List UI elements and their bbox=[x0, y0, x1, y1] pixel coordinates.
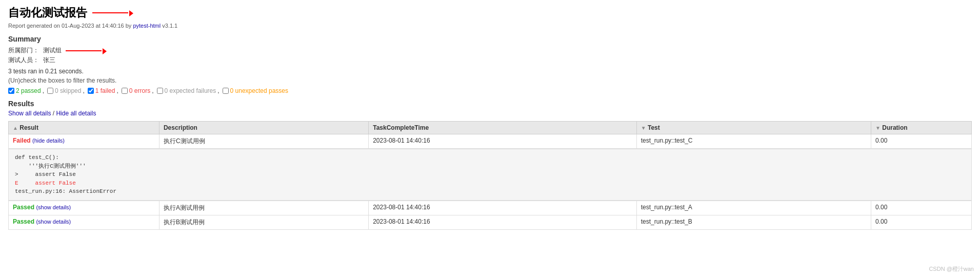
skipped-checkbox[interactable] bbox=[47, 88, 53, 94]
col-header-task: TaskCompleteTime bbox=[369, 122, 637, 134]
filter-xpass[interactable]: 0 unexpected passes bbox=[223, 87, 288, 94]
tester-value: 张三 bbox=[43, 56, 55, 65]
show-all-link[interactable]: Show all details bbox=[8, 110, 51, 117]
result-value: Passed bbox=[13, 218, 34, 225]
detail-toggle-link[interactable]: (hide details) bbox=[32, 137, 65, 144]
result-value: Passed bbox=[13, 204, 34, 211]
code-expand-row: def test_C(): '''执行C测试用例'''> assert Fals… bbox=[9, 149, 972, 201]
col-header-duration[interactable]: ▼ Duration bbox=[871, 122, 972, 134]
task-time-cell: 2023-08-01 14:40:16 bbox=[369, 134, 637, 149]
pytest-html-link[interactable]: pytest-html bbox=[133, 23, 161, 29]
page-title: 自动化测试报告 bbox=[8, 5, 87, 21]
dept-arrow-icon bbox=[66, 48, 107, 54]
table-row: Passed (show details)执行B测试用例2023-08-01 1… bbox=[9, 215, 972, 229]
duration-sort-icon: ▼ bbox=[875, 125, 881, 131]
col-duration-label: Duration bbox=[882, 124, 907, 131]
skipped-count: 0 skipped bbox=[55, 87, 81, 94]
run-info: 3 tests ran in 0.21 seconds. bbox=[8, 68, 972, 75]
col-result-label: Result bbox=[19, 124, 38, 131]
col-desc-label: Description bbox=[164, 124, 197, 131]
code-block: def test_C(): '''执行C测试用例'''> assert Fals… bbox=[9, 149, 971, 201]
duration-cell: 0.00 bbox=[871, 134, 972, 149]
code-cell: def test_C(): '''执行C测试用例'''> assert Fals… bbox=[9, 149, 972, 201]
description-cell: 执行B测试用例 bbox=[159, 215, 368, 229]
xfail-comma: , bbox=[217, 87, 219, 94]
run-info-text: 3 tests ran in 0.21 seconds. bbox=[8, 68, 84, 75]
xfail-checkbox[interactable] bbox=[157, 88, 163, 94]
errors-checkbox[interactable] bbox=[122, 88, 128, 94]
results-table: ▲ Result Description TaskCompleteTime ▼ … bbox=[8, 121, 972, 230]
col-header-desc: Description bbox=[159, 122, 368, 134]
filter-errors[interactable]: 0 errors, bbox=[122, 87, 154, 94]
test-sort-icon: ▼ bbox=[641, 125, 646, 131]
dept-value: 测试组 bbox=[43, 46, 62, 55]
hide-all-link[interactable]: Hide all details bbox=[56, 110, 96, 117]
filter-xfail[interactable]: 0 expected failures, bbox=[157, 87, 219, 94]
filter-skipped[interactable]: 0 skipped, bbox=[47, 87, 85, 94]
title-arrow-icon bbox=[92, 10, 133, 16]
failed-count: 1 failed bbox=[95, 87, 115, 94]
task-time-cell: 2023-08-01 14:40:16 bbox=[369, 201, 637, 215]
duration-cell: 0.00 bbox=[871, 215, 972, 229]
filter-passed[interactable]: 2 passed, bbox=[8, 87, 44, 94]
col-task-label: TaskCompleteTime bbox=[373, 124, 429, 131]
table-row: Passed (show details)执行A测试用例2023-08-01 1… bbox=[9, 201, 972, 215]
description-cell: 执行C测试用例 bbox=[159, 134, 368, 149]
description-cell: 执行A测试用例 bbox=[159, 201, 368, 215]
passed-comma: , bbox=[43, 87, 44, 94]
result-sort-icon: ▲ bbox=[13, 125, 18, 131]
table-row: Failed (hide details)执行C测试用例2023-08-01 1… bbox=[9, 134, 972, 149]
result-value: Failed bbox=[13, 137, 31, 144]
col-test-label: Test bbox=[648, 124, 660, 131]
result-cell: Failed (hide details) bbox=[9, 134, 159, 149]
result-cell: Passed (show details) bbox=[9, 215, 159, 229]
xpass-checkbox[interactable] bbox=[223, 88, 229, 94]
report-version: v3.1.1 bbox=[161, 23, 177, 29]
tester-label: 测试人员： bbox=[8, 56, 39, 65]
summary-title: Summary bbox=[8, 35, 972, 43]
report-meta-text: Report generated on 01-Aug-2023 at 14:40… bbox=[8, 23, 133, 29]
details-links: Show all details / Hide all details bbox=[8, 110, 972, 117]
passed-checkbox[interactable] bbox=[8, 88, 14, 94]
detail-toggle-link[interactable]: (show details) bbox=[36, 219, 71, 225]
errors-comma: , bbox=[152, 87, 153, 94]
skipped-comma: , bbox=[83, 87, 84, 94]
detail-toggle-link[interactable]: (show details) bbox=[36, 204, 71, 210]
page-title-row: 自动化测试报告 bbox=[8, 5, 972, 21]
col-header-test[interactable]: ▼ Test bbox=[636, 122, 871, 134]
filter-row: 2 passed, 0 skipped, 1 failed, 0 errors,… bbox=[8, 87, 972, 94]
failed-comma: , bbox=[116, 87, 118, 94]
passed-count: 2 passed bbox=[16, 87, 41, 94]
result-cell: Passed (show details) bbox=[9, 201, 159, 215]
test-cell: test_run.py::test_B bbox=[636, 215, 871, 229]
filter-failed[interactable]: 1 failed, bbox=[88, 87, 118, 94]
test-cell: test_run.py::test_A bbox=[636, 201, 871, 215]
errors-count: 0 errors bbox=[129, 87, 150, 94]
results-title: Results bbox=[8, 100, 972, 108]
xpass-count: 0 unexpected passes bbox=[230, 87, 288, 94]
test-cell: test_run.py::test_C bbox=[636, 134, 871, 149]
failed-checkbox[interactable] bbox=[88, 88, 94, 94]
task-time-cell: 2023-08-01 14:40:16 bbox=[369, 215, 637, 229]
dept-label: 所属部门： bbox=[8, 46, 39, 55]
col-header-result[interactable]: ▲ Result bbox=[9, 122, 159, 134]
dept-row: 所属部门： 测试组 bbox=[8, 46, 972, 55]
table-header-row: ▲ Result Description TaskCompleteTime ▼ … bbox=[9, 122, 972, 134]
xfail-count: 0 expected failures bbox=[165, 87, 216, 94]
report-meta: Report generated on 01-Aug-2023 at 14:40… bbox=[8, 23, 972, 29]
filter-hint: (Un)check the boxes to filter the result… bbox=[8, 77, 972, 84]
duration-cell: 0.00 bbox=[871, 201, 972, 215]
tester-row: 测试人员： 张三 bbox=[8, 56, 972, 65]
